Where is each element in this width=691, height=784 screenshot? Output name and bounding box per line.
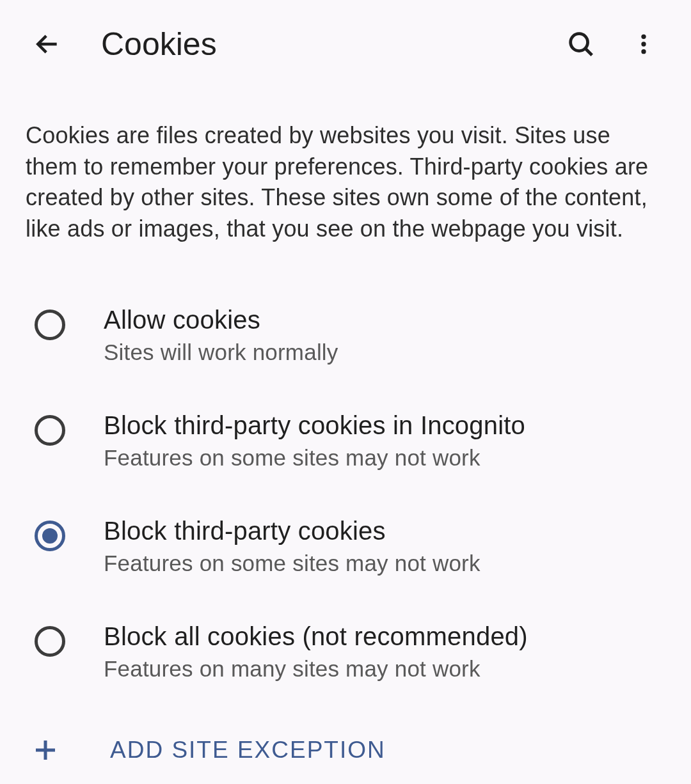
search-icon — [566, 29, 596, 59]
search-button[interactable] — [566, 29, 596, 59]
svg-point-5 — [641, 49, 646, 54]
more-button[interactable] — [628, 29, 659, 59]
radio-button[interactable] — [35, 415, 65, 446]
radio-button[interactable] — [35, 521, 65, 551]
svg-point-1 — [571, 34, 588, 51]
svg-point-3 — [641, 35, 646, 39]
header-actions — [566, 29, 659, 59]
plus-icon — [32, 737, 59, 764]
option-title: Block all cookies (not recommended) — [104, 622, 665, 651]
add-exception-label: ADD SITE EXCEPTION — [110, 737, 386, 764]
more-vert-icon — [631, 31, 656, 57]
header: Cookies — [0, 0, 691, 88]
option-text: Block third-party cookies Features on so… — [104, 517, 665, 576]
option-subtitle: Features on many sites may not work — [104, 656, 665, 682]
option-block-third-party[interactable]: Block third-party cookies Features on so… — [26, 494, 665, 599]
option-text: Block all cookies (not recommended) Feat… — [104, 622, 665, 682]
option-allow-cookies[interactable]: Allow cookies Sites will work normally — [26, 283, 665, 388]
radio-button[interactable] — [35, 310, 65, 340]
page-title: Cookies — [101, 26, 527, 63]
option-text: Block third-party cookies in Incognito F… — [104, 411, 665, 471]
arrow-left-icon — [33, 30, 61, 58]
option-subtitle: Features on some sites may not work — [104, 551, 665, 576]
option-subtitle: Features on some sites may not work — [104, 445, 665, 471]
svg-point-4 — [641, 42, 646, 46]
option-block-third-party-incognito[interactable]: Block third-party cookies in Incognito F… — [26, 388, 665, 494]
options-list: Allow cookies Sites will work normally B… — [0, 283, 691, 705]
back-button[interactable] — [32, 29, 63, 59]
radio-button[interactable] — [35, 626, 65, 657]
svg-line-2 — [585, 49, 592, 56]
option-title: Block third-party cookies — [104, 517, 665, 545]
description-text: Cookies are files created by websites yo… — [0, 88, 691, 283]
option-subtitle: Sites will work normally — [104, 340, 665, 365]
option-title: Block third-party cookies in Incognito — [104, 411, 665, 440]
option-text: Allow cookies Sites will work normally — [104, 306, 665, 365]
option-block-all-cookies[interactable]: Block all cookies (not recommended) Feat… — [26, 599, 665, 705]
option-title: Allow cookies — [104, 306, 665, 334]
add-site-exception-button[interactable]: ADD SITE EXCEPTION — [0, 705, 691, 784]
